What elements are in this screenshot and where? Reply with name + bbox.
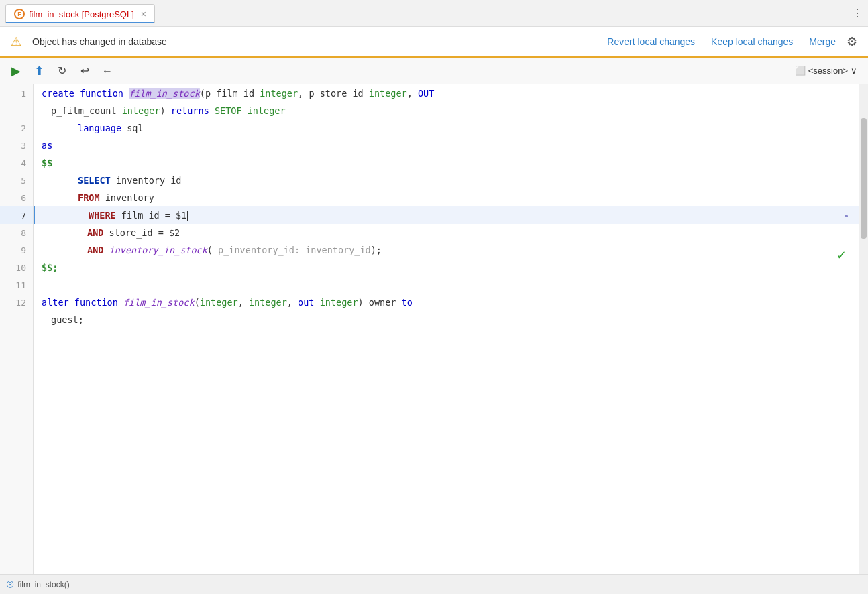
notification-actions: Revert local changes Keep local changes … [602,34,857,50]
session-selector[interactable]: ⬜ <session> ∨ [791,64,861,77]
check-mark-icon: ✓ [836,248,847,263]
line-num-6: 6 [0,189,33,206]
code-line-6: 💡 FROM inventory [34,189,859,206]
warning-icon: ⚠ [11,34,21,49]
line-num-2: 2 [0,119,33,137]
session-label: <session> [808,66,848,76]
code-line-5: SELECT inventory_id [34,172,859,189]
code-line-1b: p_film_count integer) returns SETOF inte… [34,102,859,119]
code-line-8: AND store_id = $2 [34,224,859,241]
upload-button[interactable]: ⬆ [30,62,48,80]
code-line-2: language sql [34,119,859,137]
undo-button[interactable]: ↩ [75,62,94,80]
tab-title: film_in_stock [PostgreSQL] [29,9,134,19]
refresh-button[interactable]: ↻ [52,62,71,80]
code-line-12: alter function film_in_stock(integer, in… [34,294,859,311]
code-line-7: WHERE film_id = $1 [34,206,859,224]
line-num-8: 8 [0,224,33,241]
run-button[interactable]: ▶ [7,62,25,80]
status-icon: ® [7,579,13,590]
session-chevron: ∨ [851,66,857,76]
code-line-11 [34,276,859,294]
line-num-7: 7 [0,206,33,224]
scrollbar[interactable] [859,84,868,574]
status-bar: ® film_in_stock() [0,574,868,594]
code-line-1: create function film_in_stock(p_film_id … [34,84,859,102]
settings-icon[interactable]: ⚙ [847,34,857,49]
code-line-3: as [34,137,859,154]
tab-accent-line [6,22,154,23]
merge-button[interactable]: Merge [804,34,841,50]
line-num-cont2 [0,311,33,329]
notification-text: Object has changed in database [32,36,167,47]
code-line-9: AND inventory_in_stock( p_inventory_id: … [34,241,859,259]
line-num-1: 1 [0,84,33,102]
line-num-10: 10 [0,259,33,276]
line-num-11: 11 [0,276,33,294]
line-num-5: 5 [0,172,33,189]
toolbar: ▶ ⬆ ↻ ↩ ← ⬜ <session> ∨ [0,58,868,84]
line-num-9: 9 [0,241,33,259]
code-line-12b: guest; [34,311,859,329]
line-numbers: 1 2 3 4 5 6 7 8 9 10 11 12 [0,84,34,574]
tab-more-button[interactable]: ⋮ [852,7,863,19]
tab-close-button[interactable]: × [141,9,146,19]
scrollbar-thumb[interactable] [861,118,867,239]
toolbar-right: ⬜ <session> ∨ [791,64,861,77]
editor-tab[interactable]: F film_in_stock [PostgreSQL] × [5,4,155,23]
line-num-4: 4 [0,154,33,172]
code-lines: create function film_in_stock(p_film_id … [34,84,859,329]
line-num-cont [0,102,33,119]
code-line-4: $$ [34,154,859,172]
back-button[interactable]: ← [98,62,117,80]
code-area[interactable]: create function film_in_stock(p_film_id … [34,84,859,574]
line-num-3: 3 [0,137,33,154]
revert-local-changes-button[interactable]: Revert local changes [602,34,700,50]
notification-bar: ⚠ Object has changed in database Revert … [0,27,868,58]
line-num-12: 12 [0,294,33,311]
editor-area: 1 2 3 4 5 6 7 8 9 10 11 12 create functi… [0,84,868,574]
tab-bar: F film_in_stock [PostgreSQL] × ⋮ [0,0,868,27]
status-label: film_in_stock() [17,580,69,589]
code-line-10: $$; [34,259,859,276]
mini-scroll-indicator [845,215,848,217]
tab-type-icon: F [14,9,25,19]
session-icon: ⬜ [795,66,806,76]
keep-local-changes-button[interactable]: Keep local changes [706,34,798,50]
